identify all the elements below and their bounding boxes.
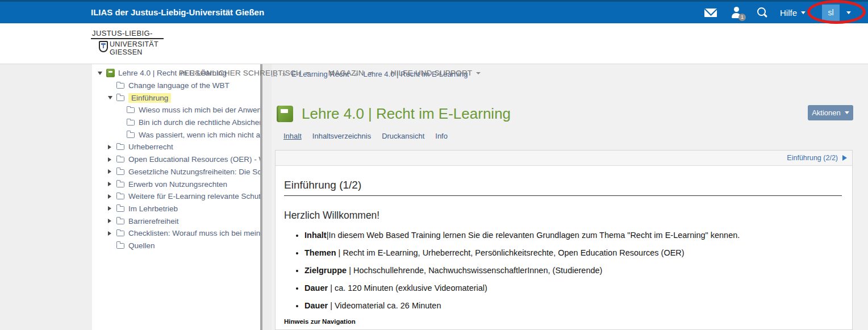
folder-icon [116, 243, 124, 249]
page-title-row: Lehre 4.0 | Recht im E-Learning [277, 105, 511, 123]
help-menu[interactable]: Hilfe [780, 8, 806, 18]
tree-item-label[interactable]: Was passiert, wenn ich mich nicht an [139, 131, 260, 139]
nav-label: HILFE UND SUPPORT [391, 69, 472, 77]
bullet-separator: | [328, 301, 335, 310]
tree-item-label[interactable]: Change language of the WBT [128, 81, 229, 90]
logo-line1: JUSTUS-LIEBIG- [91, 29, 164, 39]
expander-closed-icon[interactable] [108, 182, 116, 186]
pager-bar: Einführung (2/2) [276, 151, 852, 166]
expander-closed-icon[interactable] [108, 231, 116, 236]
tree-item[interactable]: Checklisten: Worauf muss ich bei meine [92, 227, 260, 240]
lesson-content-box: Einführung (2/2) Einführung (1/2) Herzli… [275, 150, 853, 330]
learning-module-icon [277, 106, 293, 122]
tree-item[interactable]: Wieso muss ich mich bei der Anwend [92, 104, 260, 116]
tab-bar: Inhalt Inhaltsverzeichnis Druckansicht I… [283, 132, 448, 140]
next-arrow-icon[interactable] [842, 155, 847, 161]
chevron-down-icon [846, 11, 851, 14]
folder-icon [116, 157, 124, 162]
bullet-text: ca. 120 Minuten (exklusive Videomaterial… [335, 283, 487, 293]
folder-icon [116, 182, 124, 187]
app-title: ILIAS der Justus-Liebig-Universität Gieß… [91, 7, 264, 17]
user-notifications-icon[interactable]: 1 [730, 7, 744, 19]
tree-item[interactable]: Urheberrecht [92, 141, 260, 153]
tree-item[interactable]: Erwerb von Nutzungsrechten [92, 178, 260, 190]
list-item: Zielgruppe | Hochschullehrende, Nachwuch… [304, 265, 842, 275]
tab-info[interactable]: Info [435, 132, 448, 140]
logo-line3: GIESSEN [110, 48, 158, 56]
tree-item-current[interactable]: Einführung [92, 91, 260, 104]
nav-magazin[interactable]: MAGAZIN [328, 69, 373, 77]
tree-item-label[interactable]: Checklisten: Worauf muss ich bei meine [128, 229, 260, 237]
actions-button[interactable]: Aktionen [808, 105, 853, 120]
tree-item[interactable]: Weitere für E-Learning relevante Schutz [92, 190, 260, 203]
bullet-separator: | [336, 248, 343, 257]
bullet-text: In diesem Web Based Training lernen Sie … [328, 231, 740, 240]
lesson-content: Einführung (1/2) Herzlich Willkommen! In… [276, 166, 852, 325]
next-chapter-link[interactable]: Einführung (2/2) [787, 154, 838, 162]
chevron-down-icon [368, 72, 373, 74]
list-item: Inhalt|In diesem Web Based Training lern… [304, 230, 842, 240]
tree-item[interactable]: Open Educational Resources (OER) - Wa [92, 153, 260, 166]
expander-closed-icon[interactable] [108, 157, 116, 162]
expander-open-icon[interactable] [98, 72, 106, 75]
list-item: Dauer | ca. 120 Minuten (exklusive Video… [304, 283, 842, 293]
tree-item[interactable]: Gesetzliche Nutzungsfreiheiten: Die Sch [92, 166, 260, 178]
tree-item-label-highlighted[interactable]: Einführung [128, 93, 171, 103]
university-logo[interactable]: JUSTUS-LIEBIG- UNIVERSITÄT GIESSEN [91, 29, 164, 56]
chapter-heading: Einführung (1/2) [284, 179, 842, 191]
logo-line2: UNIVERSITÄT [110, 40, 158, 48]
bullet-separator: | [347, 266, 353, 275]
mail-icon[interactable] [704, 9, 717, 17]
folder-icon [127, 107, 135, 113]
tree-item-label[interactable]: Urheberrecht [128, 143, 173, 151]
bullet-label: Zielgruppe [304, 266, 347, 275]
nav-label: MAGAZIN [328, 69, 364, 77]
folder-icon [127, 120, 135, 126]
tree-item-label[interactable]: Wieso muss ich mich bei der Anwend [139, 106, 260, 114]
tab-inhaltsverzeichnis[interactable]: Inhaltsverzeichnis [312, 132, 371, 140]
expander-closed-icon[interactable] [108, 145, 116, 149]
nav-personal-desktop[interactable]: PERSÖNLICHER SCHREIBTISCH [179, 69, 310, 77]
folder-icon [116, 231, 124, 236]
folder-icon [116, 194, 124, 199]
info-bullet-list: Inhalt|In diesem Web Based Training lern… [296, 230, 842, 311]
nav-help-support[interactable]: HILFE UND SUPPORT [391, 69, 481, 77]
user-avatar-button[interactable]: sl [822, 5, 840, 21]
expander-open-icon[interactable] [108, 96, 116, 99]
tab-druckansicht[interactable]: Druckansicht [382, 132, 424, 140]
tree-item-label[interactable]: Bin ich durch die rechtliche Absicher [139, 118, 260, 127]
tab-inhalt[interactable]: Inhalt [283, 132, 302, 140]
expander-closed-icon[interactable] [108, 219, 116, 223]
expander-closed-icon[interactable] [108, 169, 116, 174]
tree-item[interactable]: Barrierefreiheit [92, 215, 260, 227]
folder-icon [116, 144, 124, 150]
expander-closed-icon[interactable] [108, 194, 116, 199]
tree-item-label[interactable]: Im Lehrbetrieb [128, 204, 178, 213]
tree-item-label[interactable]: Quellen [128, 241, 155, 250]
tree-item-label[interactable]: Gesetzliche Nutzungsfreiheiten: Die Sch [128, 168, 260, 176]
actions-button-label: Aktionen [812, 108, 841, 117]
chevron-down-icon [306, 72, 310, 74]
tree-item-label[interactable]: Open Educational Resources (OER) - Wa [128, 155, 260, 164]
search-icon[interactable] [757, 7, 767, 18]
chevron-down-icon [476, 72, 481, 74]
bullet-text: Hochschullehrende, Nachwuchswissenschaft… [353, 266, 602, 275]
user-menu[interactable]: sl [822, 5, 851, 21]
navigation-hint: Hinweis zur Navigation [284, 318, 842, 325]
tree-item-label[interactable]: Erwerb von Nutzungsrechten [128, 180, 227, 189]
chevron-down-icon [801, 11, 806, 14]
tree-item-label[interactable]: Barrierefreiheit [128, 217, 179, 225]
bullet-separator: | [328, 283, 335, 293]
tree-scrollbar[interactable] [260, 64, 272, 330]
folder-icon [127, 132, 135, 138]
expander-closed-icon[interactable] [108, 206, 116, 211]
scrollbar-thumb[interactable] [260, 64, 262, 330]
tree-item[interactable]: Quellen [92, 240, 260, 252]
tree-item[interactable]: Change language of the WBT [92, 80, 260, 92]
tree-item-label[interactable]: Weitere für E-Learning relevante Schutz [128, 192, 260, 200]
tree-item[interactable]: Im Lehrbetrieb [92, 203, 260, 215]
nav-label: PERSÖNLICHER SCHREIBTISCH [179, 69, 302, 77]
tree-item[interactable]: Was passiert, wenn ich mich nicht an [92, 128, 260, 141]
tree-item[interactable]: Bin ich durch die rechtliche Absicher [92, 116, 260, 129]
bullet-label: Inhalt [304, 231, 327, 240]
